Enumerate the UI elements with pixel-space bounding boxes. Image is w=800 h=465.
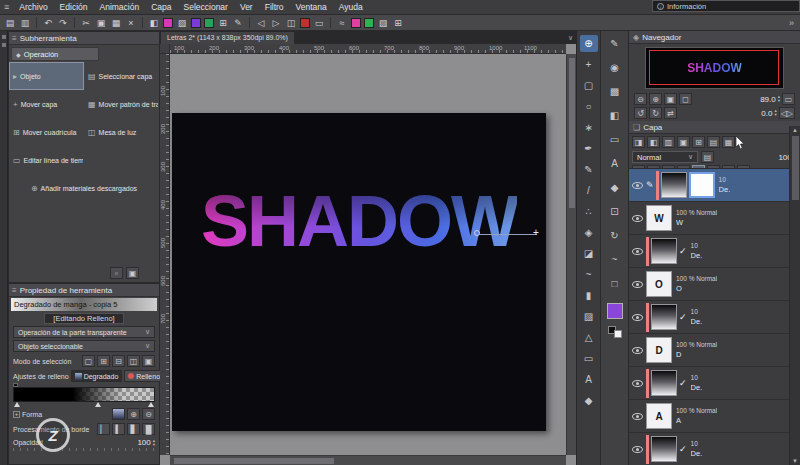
gradient-node[interactable] [13, 383, 18, 387]
gradient-stop-marker[interactable] [95, 402, 101, 407]
grid-icon[interactable]: ⊞ [217, 17, 229, 29]
overflow-icon[interactable]: » [787, 18, 796, 28]
marker-icon[interactable]: ◉ [606, 59, 624, 76]
text-layer-thumbnail[interactable]: D [646, 337, 672, 363]
tab-relleno[interactable]: Relleno [124, 370, 164, 382]
blend-mode-dropdown[interactable]: Normal ∨ [632, 151, 698, 163]
layer-visibility-eye-icon[interactable] [632, 215, 643, 222]
canvas-vertical-scrollbar[interactable] [566, 54, 576, 455]
navigator-header[interactable]: ◈ Navegador [629, 31, 800, 44]
layer-search-icon[interactable]: ▣ [677, 136, 690, 148]
layer-visibility-eye-icon[interactable] [632, 380, 643, 387]
gradient-handle-node[interactable] [474, 230, 480, 236]
selection-replace-icon[interactable]: ▣ [142, 355, 155, 367]
selection-new-icon[interactable]: ▢ [82, 355, 95, 367]
rotate-icon[interactable]: ↻ [606, 227, 624, 244]
cut-icon[interactable]: ✂ [80, 17, 92, 29]
pattern-icon[interactable]: ▨ [176, 17, 188, 29]
blend-tool-icon[interactable]: ~ [580, 266, 598, 283]
menu-animacion[interactable]: Animación [94, 0, 146, 15]
green-color-swatch[interactable] [204, 18, 214, 28]
gradient-layer-thumbnail[interactable] [651, 436, 677, 462]
next-frame-icon[interactable]: ▷ [270, 17, 282, 29]
layer-list-scrollbar[interactable]: ▲ ▼ [789, 126, 800, 465]
scroll-up-icon[interactable]: ▲ [790, 127, 800, 133]
panel-menu-icon[interactable]: ≡ [12, 286, 17, 295]
gradient-layer-thumbnail[interactable] [651, 304, 677, 330]
gradient-stop-marker[interactable] [14, 402, 20, 407]
smooth-icon[interactable]: ≈ [336, 17, 348, 29]
subtool-item-mesa-de-luz[interactable]: ◫Mesa de luz [84, 118, 159, 146]
scrollbar-thumb[interactable] [569, 58, 575, 208]
scrollbar-thumb[interactable] [792, 136, 799, 200]
selection-tool-icon[interactable]: ▢ [580, 77, 598, 94]
droplet-icon[interactable]: ~ [606, 251, 624, 268]
editing-mode-badge[interactable]: [Editando Relleno] [44, 313, 123, 324]
zoom-value[interactable]: 89.0 [760, 95, 776, 104]
fill-select-icon[interactable]: ◧ [148, 17, 160, 29]
scroll-down-icon[interactable]: ▼ [790, 458, 800, 464]
rotation-spinner[interactable]: ▴ ▾ [774, 109, 776, 117]
green-color-swatch-2[interactable] [364, 18, 374, 28]
flip-horizontal-icon[interactable]: ◁▷ [779, 107, 795, 119]
onion-skin-icon[interactable]: ◫ [285, 17, 297, 29]
expand-icon[interactable]: + [13, 411, 20, 418]
rotate-right-icon[interactable]: ↻ [649, 107, 662, 119]
layer-row[interactable]: A100 % NormalA [629, 400, 789, 433]
sub-color-swatches[interactable] [608, 326, 622, 338]
paste-icon[interactable]: ▦ [110, 17, 122, 29]
record-swatch[interactable] [300, 18, 310, 28]
subtool-item-seleccionar-capa[interactable]: ▤Seleccionar capa [84, 62, 159, 90]
menu-archivo[interactable]: Archivo [13, 0, 53, 15]
pastel-icon[interactable]: ▩ [606, 83, 624, 100]
subtool-item-anadir-materiales-descargados[interactable]: ⊕Añadir materiales descargados [9, 174, 159, 202]
text-layer-thumbnail[interactable]: W [646, 205, 672, 231]
layer-row[interactable]: ✓10De. [629, 235, 789, 268]
subtool-item-mover-capa[interactable]: +Mover capa [9, 90, 84, 118]
hand-icon[interactable]: ⊡ [606, 203, 624, 220]
delete-icon[interactable]: × [125, 17, 137, 29]
main-color-swatch[interactable] [607, 303, 623, 319]
text-layer-thumbnail[interactable]: A [646, 403, 672, 429]
document-tab[interactable]: Letras 2* (1143 x 838px 350dpi 89.0%) [161, 32, 294, 44]
pen-sub-icon[interactable]: ✎ [606, 35, 624, 52]
layer-opacity-gauge-icon[interactable]: ▤ [701, 151, 714, 163]
draft-icon[interactable]: ✎ [232, 17, 244, 29]
pen-tool-icon[interactable]: ✒ [580, 140, 598, 157]
shape-gradient-chip[interactable] [112, 408, 125, 420]
subtool-panel-header[interactable]: ≡ Subherramienta [9, 32, 159, 45]
edge-thin-icon[interactable]: ▍ [112, 423, 125, 435]
layer-row[interactable]: ✎10De. [629, 169, 789, 202]
layer-visibility-eye-icon[interactable] [632, 347, 643, 354]
layer-filter-icon[interactable]: ▥ [662, 136, 675, 148]
menu-capa[interactable]: Capa [145, 0, 177, 15]
menu-ventana[interactable]: Ventana [290, 0, 333, 15]
dock-handle-icon-2[interactable] [2, 43, 6, 47]
pencil-tool-icon[interactable]: ✎ [580, 161, 598, 178]
tab-degradado[interactable]: Degradado [71, 370, 123, 382]
layer-visibility-eye-icon[interactable] [632, 446, 643, 453]
select-sub-icon[interactable]: □ [606, 275, 624, 292]
subtool-item-mover-cuadricula[interactable]: ⊞Mover cuadrícula [9, 118, 84, 146]
transparent-operation-dropdown[interactable]: Operación de la parte transparente ∨ [13, 326, 155, 338]
subtool-item-objeto[interactable]: ▸Objeto [9, 62, 84, 90]
layer-visibility-eye-icon[interactable] [632, 413, 643, 420]
navigator-view-rect[interactable] [649, 50, 779, 85]
gradient-layer-thumbnail[interactable] [651, 238, 677, 264]
text-tool-icon[interactable]: A [580, 371, 598, 388]
opacity-value[interactable]: 100 [137, 438, 150, 447]
wand-tool-icon[interactable]: ∗ [580, 119, 598, 136]
selection-intersect-icon[interactable]: ◫ [127, 355, 140, 367]
text-sub-icon[interactable]: A [606, 155, 624, 172]
palette-color-icon-2[interactable]: ◧ [647, 136, 660, 148]
menu-ayuda[interactable]: Ayuda [333, 0, 369, 15]
frame-tool-icon[interactable]: ▭ [580, 350, 598, 367]
layers-header[interactable]: ❏ Capa [629, 121, 800, 134]
undo-icon[interactable]: ↶ [42, 17, 54, 29]
artboard[interactable]: SHADOW + [172, 113, 546, 431]
decoration-tool-icon[interactable]: ◈ [580, 224, 598, 241]
palette-color-icon[interactable]: ◨ [632, 136, 645, 148]
brush-tool-icon[interactable]: / [580, 182, 598, 199]
gradient-handle-line[interactable] [479, 234, 537, 235]
layer-row[interactable]: ✓10De. [629, 433, 789, 465]
